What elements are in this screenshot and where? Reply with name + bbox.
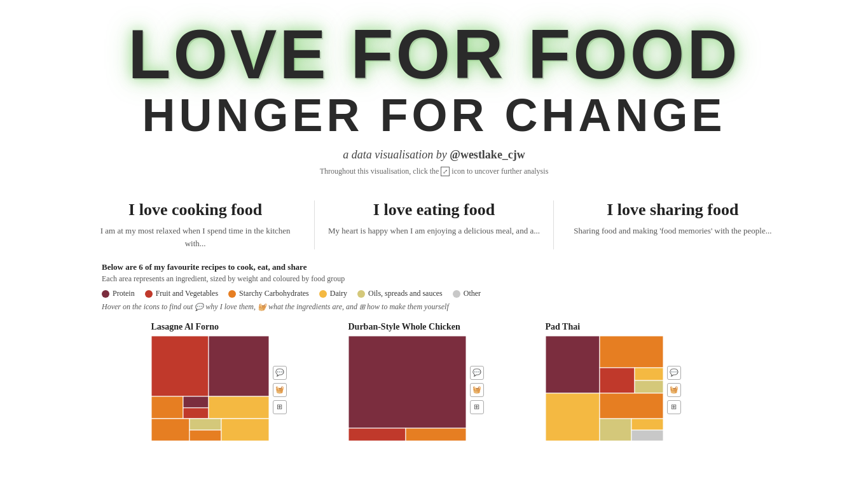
basket-icon-durban-chicken[interactable]: 🧺: [470, 383, 484, 397]
treemap-block-0-3: [183, 396, 209, 408]
treemap-block-2-7: [600, 419, 631, 441]
treemap-block-1-2: [406, 428, 466, 441]
col-cooking-body: I am at my most relaxed when I spend tim…: [89, 225, 301, 249]
legend-item-starchy-carbohydrates: Starchy Carbohydrates: [228, 289, 309, 298]
treemap-block-2-3: [635, 368, 663, 380]
treemap-block-0-2: [151, 396, 183, 419]
recipe-icons-lasagne: 💬🧺⊞: [273, 366, 287, 414]
author-handle: @westlake_cjw: [450, 148, 525, 161]
expand-icon-hint: ⊞: [359, 303, 365, 311]
legend-dot-2: [228, 290, 236, 298]
speech-icon-pad-thai[interactable]: 💬: [667, 366, 681, 380]
treemap-block-0-8: [189, 419, 221, 430]
treemap-block-2-8: [631, 419, 663, 430]
expand-icon-durban-chicken[interactable]: ⊞: [470, 400, 484, 414]
treemap-block-0-7: [151, 419, 189, 441]
subtitle: a data visualisation by @westlake_cjw: [0, 148, 868, 162]
col-cooking: I love cooking food I am at my most rela…: [76, 200, 314, 249]
legend-item-fruit-and-vegetables: Fruit and Vegetables: [145, 289, 218, 298]
three-columns: I love cooking food I am at my most rela…: [0, 200, 868, 249]
legend-dot-0: [102, 290, 109, 298]
hover-instruction: Hover on the icons to find out 💬 why I l…: [102, 302, 766, 312]
legend-label-4: Oils, spreads and sauces: [368, 289, 443, 298]
basket-icon-lasagne[interactable]: 🧺: [273, 383, 287, 397]
treemap-svg-lasagne: [151, 336, 269, 441]
treemap-block-2-4: [635, 380, 663, 393]
treemap-block-0-4: [183, 408, 209, 419]
col-eating-body: My heart is happy when I am enjoying a d…: [327, 225, 540, 237]
legend-item-protein: Protein: [102, 289, 135, 298]
legend-item-oils,-spreads-and-sauces: Oils, spreads and sauces: [357, 289, 443, 298]
legend-item-other: Other: [453, 289, 481, 298]
legend-label-2: Starchy Carbohydrates: [239, 289, 309, 298]
col-sharing-title: I love sharing food: [567, 200, 779, 220]
page-wrapper: LOVE FOR FOOD HUNGER FOR CHANGE a data v…: [0, 0, 868, 488]
recipes-row: Lasagne Al Forno💬🧺⊞Durban-Style Whole Ch…: [0, 312, 868, 443]
recipe-card-durban-chicken: Durban-Style Whole Chicken💬🧺⊞: [336, 322, 533, 443]
col-cooking-title: I love cooking food: [89, 200, 301, 220]
treemap-block-1-0: [348, 336, 466, 428]
treemap-block-1-1: [348, 428, 406, 441]
speech-icon-lasagne[interactable]: 💬: [273, 366, 287, 380]
legend-label-1: Fruit and Vegetables: [156, 289, 218, 298]
legend-items: ProteinFruit and VegetablesStarchy Carbo…: [102, 289, 766, 298]
recipe-title-durban-chicken: Durban-Style Whole Chicken: [348, 322, 520, 332]
treemap-block-2-9: [631, 430, 663, 441]
legend-dot-3: [319, 290, 327, 298]
legend-section: Below are 6 of my favourite recipes to c…: [0, 249, 868, 312]
legend-label-5: Other: [464, 289, 481, 298]
subtitle-pre: a data visualisation by: [343, 148, 450, 161]
treemap-wrapper-pad-thai: 💬🧺⊞: [546, 336, 663, 443]
basket-icon-hint: 🧺: [258, 303, 266, 311]
legend-label-3: Dairy: [330, 289, 347, 298]
speech-icon-durban-chicken[interactable]: 💬: [470, 366, 484, 380]
treemap-block-2-6: [600, 393, 663, 419]
col-sharing-body: Sharing food and making 'food memories' …: [567, 225, 779, 237]
treemap-block-2-0: [546, 336, 600, 393]
col-eating: I love eating food My heart is happy whe…: [315, 200, 553, 249]
expand-icon-pad-thai[interactable]: ⊞: [667, 400, 681, 414]
legend-dot-4: [357, 290, 365, 298]
basket-icon-pad-thai[interactable]: 🧺: [667, 383, 681, 397]
instruction-text: Throughout this visualisation, click the…: [0, 167, 868, 176]
col-sharing: I love sharing food Sharing food and mak…: [554, 200, 792, 249]
treemap-block-0-1: [209, 336, 269, 396]
recipe-icons-pad-thai: 💬🧺⊞: [667, 366, 681, 414]
recipe-title-lasagne: Lasagne Al Forno: [151, 322, 323, 332]
expand-icon-inline: ⤢: [441, 167, 450, 176]
recipe-card-pad-thai: Pad Thai💬🧺⊞: [533, 322, 730, 443]
treemap-block-2-1: [600, 336, 663, 368]
expand-icon-lasagne[interactable]: ⊞: [273, 400, 287, 414]
treemap-block-2-5: [546, 393, 600, 441]
title-hunger: HUNGER FOR CHANGE: [0, 92, 868, 138]
legend-subtitle: Each area represents an ingredient, size…: [102, 274, 766, 284]
recipe-title-pad-thai: Pad Thai: [546, 322, 717, 332]
header: LOVE FOR FOOD HUNGER FOR CHANGE a data v…: [0, 0, 868, 183]
treemap-block-0-0: [151, 336, 209, 396]
legend-label-0: Protein: [113, 289, 135, 298]
treemap-block-0-10: [221, 419, 269, 441]
treemap-block-2-2: [600, 368, 635, 393]
title-love: LOVE FOR FOOD: [0, 19, 868, 89]
treemap-block-0-9: [189, 430, 221, 441]
treemap-block-0-5: [209, 396, 269, 419]
treemap-wrapper-lasagne: 💬🧺⊞: [151, 336, 269, 443]
legend-item-dairy: Dairy: [319, 289, 347, 298]
treemap-svg-pad-thai: [546, 336, 663, 441]
treemap-wrapper-durban-chicken: 💬🧺⊞: [348, 336, 466, 443]
legend-title: Below are 6 of my favourite recipes to c…: [102, 262, 766, 272]
recipe-card-lasagne: Lasagne Al Forno💬🧺⊞: [139, 322, 336, 443]
legend-dot-5: [453, 290, 460, 298]
recipe-icons-durban-chicken: 💬🧺⊞: [470, 366, 484, 414]
legend-dot-1: [145, 290, 153, 298]
chat-icon-hint: 💬: [195, 303, 203, 311]
col-eating-title: I love eating food: [327, 200, 540, 220]
treemap-svg-durban-chicken: [348, 336, 466, 441]
